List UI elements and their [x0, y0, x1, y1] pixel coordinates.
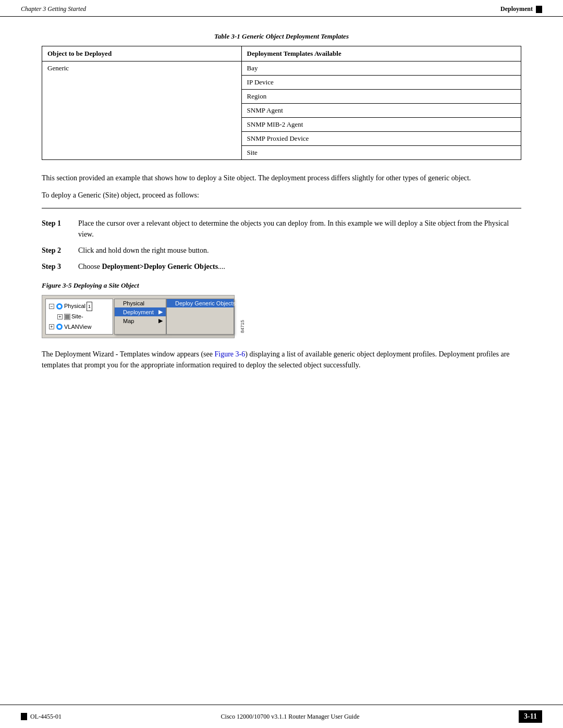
expand-site-icon: +: [57, 314, 63, 319]
tree-panel: − Physical 1 + Site-: [45, 299, 113, 335]
physical-badge: 1: [87, 302, 92, 311]
table-cell-template: Site: [241, 146, 521, 160]
site-icon: [64, 314, 70, 320]
table-cell-template: SNMP Agent: [241, 104, 521, 118]
table-cell-template: SNMP Proxied Device: [241, 132, 521, 146]
context-menu-map[interactable]: Map ▶: [115, 316, 166, 325]
page-header: Chapter 3 Getting Started Deployment: [0, 0, 563, 17]
footer-left: OL-4455-01: [21, 713, 62, 721]
context-menu-physical[interactable]: Physical: [115, 299, 166, 307]
table-col1-header: Object to be Deployed: [42, 46, 242, 61]
tree-physical-label: Physical: [64, 301, 85, 312]
tree-vlan-label: VLANView: [64, 322, 91, 332]
step-2-content: Click and hold down the right mouse butt…: [78, 245, 521, 256]
step-1-row: Step 1 Place the cursor over a relevant …: [42, 218, 521, 240]
table-col2-header: Deployment Templates Available: [241, 46, 521, 61]
table-header-row: Object to be Deployed Deployment Templat…: [42, 46, 521, 61]
screenshot-inner: − Physical 1 + Site-: [45, 299, 231, 335]
vlan-label-group: VLANView: [56, 322, 91, 332]
vlanview-icon: [56, 323, 63, 330]
deployment-arrow-icon: ▶: [158, 309, 163, 315]
tree-site-label: Site-: [71, 312, 83, 322]
step-2-row: Step 2 Click and hold down the right mou…: [42, 245, 521, 256]
step-2-label: Step 2: [42, 245, 78, 256]
svg-point-1: [58, 305, 61, 308]
step-3-suffix: ....: [218, 263, 225, 270]
table-title: Table 3-1 Generic Object Deployment Temp…: [42, 32, 521, 41]
figure-screenshot-container: − Physical 1 + Site-: [42, 295, 235, 338]
footer-center: Cisco 12000/10700 v3.1.1 Router Manager …: [221, 713, 360, 721]
table-cell-template: Region: [241, 90, 521, 104]
footer-bar-icon: [21, 713, 27, 720]
tree-item-physical: − Physical 1: [49, 301, 109, 312]
context-menu: Physical Deployment ▶ Map ▶: [114, 299, 166, 335]
main-content: Table 3-1 Generic Object Deployment Temp…: [0, 17, 563, 408]
table-cell-template: IP Device: [241, 76, 521, 90]
header-section-label: Deployment: [500, 5, 533, 13]
physical-label-group: Physical 1: [56, 301, 92, 312]
map-arrow-icon: ▶: [158, 317, 163, 324]
step-3-row: Step 3 Choose Deployment>Deploy Generic …: [42, 261, 521, 272]
context-menu-deployment[interactable]: Deployment ▶: [115, 307, 166, 316]
svg-point-5: [58, 325, 61, 328]
submenu-deployment: Deploy Generic Objects ...: [166, 299, 234, 335]
steps-section: Step 1 Place the cursor over a relevant …: [42, 218, 521, 272]
section-divider: [42, 208, 521, 208]
step-1-label: Step 1: [42, 218, 78, 240]
table-cell-template: SNMP MIB-2 Agent: [241, 118, 521, 132]
intro-paragraph-1: This section provided an example that sh…: [42, 172, 521, 183]
tree-item-vlanview: + VLANView: [49, 322, 109, 332]
footer-page-number: 3-11: [519, 710, 542, 723]
page-footer: OL-4455-01 Cisco 12000/10700 v3.1.1 Rout…: [0, 705, 563, 728]
screenshot-box: − Physical 1 + Site-: [42, 295, 235, 338]
step-3-prefix: Choose: [78, 263, 102, 270]
step-3-content: Choose Deployment>Deploy Generic Objects…: [78, 261, 521, 272]
submenu-deploy-generic[interactable]: Deploy Generic Objects ...: [167, 299, 234, 307]
expand-physical-icon: −: [49, 304, 54, 309]
para-after-figure: The Deployment Wizard - Templates window…: [42, 349, 521, 371]
footer-doc-id: OL-4455-01: [30, 713, 62, 721]
site-label-group: Site-: [64, 312, 83, 322]
header-bar-icon: [536, 6, 542, 13]
figure-3-6-link[interactable]: Figure 3-6: [215, 350, 246, 358]
expand-vlan-icon: +: [49, 324, 54, 329]
svg-rect-3: [65, 315, 69, 319]
step-1-content: Place the cursor over a relevant object …: [78, 218, 521, 240]
table-row: GenericBay: [42, 61, 521, 76]
table-cell-template: Bay: [241, 61, 521, 76]
table-cell-object: Generic: [42, 61, 242, 160]
tree-item-site: + Site-: [57, 312, 109, 322]
header-chapter: Chapter 3 Getting Started: [21, 5, 86, 13]
figure-title: Figure 3-5 Deploying a Site Object: [42, 281, 521, 290]
intro-paragraph-2: To deploy a Generic (Site) object, proce…: [42, 190, 521, 201]
screenshot-side-number: 84715: [240, 320, 245, 333]
footer-right: 3-11: [519, 710, 542, 723]
step-3-bold: Deployment>Deploy Generic Objects: [102, 263, 218, 270]
physical-icon: [56, 303, 63, 310]
header-section: Deployment: [500, 5, 542, 13]
deployment-templates-table: Object to be Deployed Deployment Templat…: [42, 46, 521, 160]
step-3-label: Step 3: [42, 261, 78, 272]
